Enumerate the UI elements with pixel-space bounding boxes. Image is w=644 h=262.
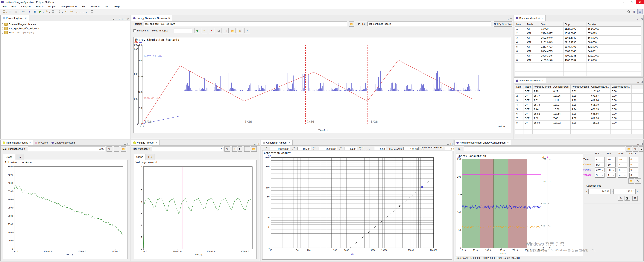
project-browse-button[interactable]: 📂 bbox=[349, 21, 354, 26]
highlighter-button[interactable]: ✎ bbox=[44, 9, 50, 14]
column-header[interactable]: ConsumedEne... bbox=[590, 84, 611, 89]
time-tick-select[interactable]: 10⌄ bbox=[607, 157, 616, 162]
subtab-list[interactable]: List bbox=[146, 154, 154, 160]
voltage-ticks-select[interactable]: 4⌄ bbox=[618, 173, 627, 178]
menu-search[interactable]: Search bbox=[33, 4, 46, 8]
column-header[interactable]: Stop bbox=[564, 22, 587, 26]
redo-nav-button[interactable]: ↷ bbox=[69, 9, 74, 14]
minimize-view-icon[interactable]: ▭ bbox=[254, 143, 256, 146]
column-header[interactable]: Start bbox=[540, 22, 564, 26]
menu-window[interactable]: Window bbox=[88, 4, 102, 8]
subtab-list[interactable]: List bbox=[15, 154, 24, 160]
column-header[interactable]: AveragePower bbox=[552, 84, 570, 89]
save-all-button[interactable]: ⧉ bbox=[13, 9, 18, 14]
mode-info-row[interactable]: 7OFF1.827.404.07617.660.00 bbox=[515, 116, 644, 120]
import-tree-button[interactable]: ⇪ bbox=[57, 9, 62, 14]
minimize-view-icon[interactable]: ▭ bbox=[506, 18, 509, 21]
subtab-graph[interactable]: Graph bbox=[134, 154, 146, 160]
current-ticks-select[interactable]: 4⌄ bbox=[618, 162, 627, 167]
close-icon[interactable]: ✕ bbox=[542, 17, 544, 20]
back-button-dropdown[interactable]: ▾ bbox=[80, 12, 80, 13]
max-voltage-input[interactable]: 7 bbox=[152, 146, 223, 152]
minimize-view-icon[interactable]: ▭ bbox=[124, 143, 126, 146]
selection-apply-button[interactable]: ✎ bbox=[618, 196, 624, 200]
selection-from-input[interactable]: 246.12 bbox=[589, 189, 610, 194]
voltage-chart[interactable]: Voltage Amount012345670.010000.020000.03… bbox=[134, 160, 257, 259]
voltage-offset-input[interactable]: 0 bbox=[630, 173, 638, 178]
load-scenario-button[interactable]: 📂 bbox=[230, 28, 236, 33]
mode-info-row[interactable]: 1OFF2.798.273.011181.820.00 bbox=[515, 89, 644, 94]
menu-help[interactable]: Help bbox=[112, 4, 122, 8]
tab-generation-amount[interactable]: Generation Amount ✕ bbox=[261, 140, 292, 146]
menu-navigate[interactable]: Navigate bbox=[18, 4, 33, 8]
maximize-view-icon[interactable]: ❐ bbox=[257, 143, 259, 146]
expand-arrow-icon[interactable]: ❯ bbox=[1, 27, 4, 30]
run-button[interactable]: ▶ bbox=[38, 9, 43, 14]
power-offset-input[interactable]: 0 bbox=[630, 168, 638, 172]
mode-info-row[interactable]: 6ON35.82117.543.28545.650.00 bbox=[515, 112, 644, 116]
harvesting-checkbox[interactable] bbox=[134, 30, 136, 32]
time-unit-select[interactable]: s⌄ bbox=[595, 157, 604, 162]
erase-button[interactable]: ◪ bbox=[216, 28, 222, 33]
time-offset-input[interactable]: 0 bbox=[630, 157, 638, 162]
selection-erase-button[interactable]: ◪ bbox=[624, 196, 630, 200]
mode-list-row[interactable]: 7OFF2890.31464109.31461219.0000 bbox=[515, 54, 641, 58]
expand-arrow-icon[interactable]: ❯ bbox=[1, 32, 4, 34]
next-button[interactable]: > bbox=[238, 146, 242, 152]
current-offset-input[interactable]: 0 bbox=[630, 162, 638, 167]
simulate-button[interactable]: ◔ bbox=[114, 146, 119, 152]
save-button[interactable]: ◫ bbox=[8, 9, 13, 14]
column-header[interactable]: Num bbox=[515, 22, 526, 26]
column-header[interactable]: Num bbox=[515, 84, 524, 89]
load-button[interactable]: 📂 bbox=[251, 146, 257, 152]
simulate-button[interactable]: ◔ bbox=[244, 146, 250, 152]
tab-illumination-amount[interactable]: Illumination Amount ✕ bbox=[0, 140, 33, 146]
mode-info-row[interactable]: 5OFF2.4410.364.24421.130.00 bbox=[515, 107, 644, 112]
voltage-tick-select[interactable]: 1⌄ bbox=[607, 173, 616, 178]
selection-to-input[interactable]: 246.12 bbox=[614, 189, 635, 194]
illumination-chart[interactable]: Illumination Amount050010001500200025003… bbox=[3, 160, 128, 259]
new-wizard-button[interactable]: ❏ bbox=[1, 9, 6, 14]
close-icon[interactable]: ✕ bbox=[25, 17, 26, 20]
minimize-view-icon[interactable]: ▭ bbox=[447, 143, 449, 146]
current-unit-select[interactable]: mA⌄ bbox=[595, 162, 604, 167]
column-header[interactable]: Mode bbox=[524, 84, 532, 89]
column-header[interactable]: AverageVoltage bbox=[570, 84, 590, 89]
close-icon[interactable]: ✕ bbox=[29, 142, 31, 144]
mode-list-row[interactable]: 1OFF0.00001524.00001524.0000 bbox=[515, 26, 641, 31]
edit-mode-button[interactable]: ✎ bbox=[202, 28, 207, 33]
tab-energy-harvesting[interactable]: Energy Harvesting bbox=[50, 140, 77, 146]
menu-project[interactable]: Project bbox=[46, 4, 58, 8]
mode-list-row[interactable]: 6ON2834.47952889.314654.8351 bbox=[515, 49, 641, 54]
tree-item-sbc-app-test-05c-led-nvm[interactable]: ❯sbc_app_test_05c_led_nvm bbox=[1, 26, 39, 30]
checklist-button-dropdown[interactable]: ▾ bbox=[56, 12, 56, 13]
generation-chart[interactable]: Generation AmountmA151050100500100010501… bbox=[262, 150, 452, 260]
mode-list-row[interactable]: 4ON2161.60432212.479350.8750 bbox=[515, 40, 641, 44]
selection-first-button[interactable]: |< bbox=[585, 189, 588, 194]
perspective-button[interactable]: ▤ bbox=[638, 9, 643, 14]
apply-button[interactable]: ✎ bbox=[106, 146, 112, 152]
expand-arrow-icon[interactable]: ❯ bbox=[1, 23, 4, 25]
selection-last-button[interactable]: >| bbox=[636, 189, 639, 194]
menu-sample-menu[interactable]: Sample Menu bbox=[58, 4, 79, 8]
collapse-all-icon[interactable]: ⊟ bbox=[112, 18, 114, 21]
mode-list-row[interactable]: 8ON4109.31484180.953471.6386 bbox=[515, 58, 641, 62]
close-window-button[interactable]: ✕ bbox=[636, 0, 644, 4]
run-button-dropdown[interactable]: ▾ bbox=[43, 12, 44, 13]
binary-file-button[interactable]: 010 bbox=[21, 9, 26, 14]
maximize-view-icon[interactable]: ❐ bbox=[450, 143, 452, 146]
back-button[interactable]: ← bbox=[74, 9, 80, 14]
infile-input[interactable]: spf_configure_sbc.in bbox=[368, 22, 491, 26]
menu-run[interactable]: Run bbox=[79, 4, 88, 8]
power-unit-select[interactable]: mW⌄ bbox=[595, 168, 604, 172]
apply-button[interactable]: ✎ bbox=[224, 146, 230, 152]
max-illumination-input[interactable]: 5000 bbox=[28, 146, 105, 152]
close-icon[interactable]: ✕ bbox=[156, 142, 158, 144]
transfer-button[interactable]: ⇅ bbox=[237, 28, 243, 33]
forward-button[interactable]: → bbox=[81, 9, 86, 14]
mode-info-row[interactable]: 3OFF2.6111.114.26412.240.00 bbox=[515, 98, 644, 102]
project-input[interactable]: sbc_app_test_05c_led_nvm bbox=[144, 22, 347, 26]
time-ticks-select[interactable]: 30⌄ bbox=[618, 157, 627, 162]
open-perspective-button[interactable]: ⊞ bbox=[632, 9, 637, 14]
maximize-view-icon[interactable]: ❐ bbox=[510, 18, 512, 21]
